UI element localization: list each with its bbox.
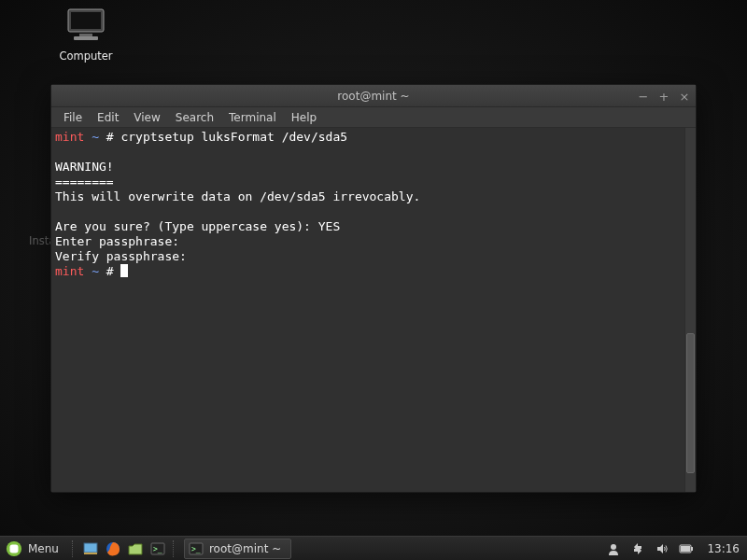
menu-terminal[interactable]: Terminal — [222, 109, 283, 126]
user-icon[interactable] — [606, 541, 621, 556]
desktop-icon-label: Computer — [49, 49, 123, 63]
firefox-launcher[interactable] — [102, 539, 124, 559]
taskbar-task-terminal[interactable]: >_ root@mint ~ — [184, 539, 291, 559]
terminal-launcher[interactable]: >_ — [147, 539, 169, 559]
network-icon[interactable] — [630, 541, 645, 556]
menu-search[interactable]: Search — [169, 109, 220, 126]
svg-rect-7 — [71, 12, 101, 29]
minimize-icon[interactable]: − — [636, 89, 651, 104]
file-manager-icon — [128, 542, 143, 555]
prompt-cwd: ~ — [92, 264, 99, 278]
menu-button[interactable]: Menu — [0, 537, 68, 561]
firefox-icon — [106, 541, 120, 556]
taskbar-clock[interactable]: 13:16 — [703, 542, 740, 555]
terminal-line: Are you sure? (Type uppercase yes): — [55, 219, 318, 233]
prompt-symbol: # — [106, 264, 114, 278]
terminal-line: ======== — [55, 175, 114, 189]
menu-file[interactable]: File — [57, 109, 89, 126]
svg-text:>_: >_ — [153, 545, 162, 553]
svg-rect-24 — [681, 546, 690, 552]
battery-icon[interactable] — [679, 541, 694, 556]
maximize-icon[interactable]: + — [656, 89, 671, 104]
mint-logo-icon — [6, 540, 22, 557]
window-title: root@mint ~ — [337, 90, 409, 103]
show-desktop-button[interactable] — [79, 539, 102, 559]
terminal-line: Enter passphrase: — [55, 234, 187, 248]
menu-button-label: Menu — [28, 542, 59, 555]
taskbar-separator — [72, 540, 76, 557]
terminal-viewport[interactable]: mint ~ # cryptsetup luksFormat /dev/sda5… — [51, 128, 684, 492]
terminal-line: YES — [318, 219, 340, 233]
prompt-symbol: # — [106, 130, 114, 144]
terminal-window: root@mint ~ − + × File Edit View Search … — [50, 84, 697, 493]
desktop: Computer Home Install Linux Mint root@mi… — [0, 0, 747, 560]
prompt-host: mint — [55, 130, 84, 144]
svg-rect-13 — [10, 544, 19, 553]
terminal-cursor — [120, 264, 128, 277]
svg-rect-14 — [84, 543, 97, 553]
terminal-icon: >_ — [150, 542, 165, 555]
system-tray: 13:16 — [606, 541, 747, 556]
scrollbar-thumb[interactable] — [686, 333, 695, 473]
terminal-line: This will overwrite data on /dev/sda5 ir… — [55, 189, 420, 203]
taskbar: Menu >_ >_ root@mint ~ 13:16 — [0, 536, 747, 560]
volume-icon[interactable] — [655, 541, 669, 556]
svg-rect-9 — [74, 36, 98, 40]
svg-rect-8 — [79, 34, 92, 36]
terminal-icon: >_ — [189, 542, 204, 555]
terminal-command: cryptsetup luksFormat /dev/sda5 — [120, 130, 347, 144]
terminal-scrollbar[interactable] — [684, 128, 696, 492]
svg-text:>_: >_ — [191, 545, 201, 553]
terminal-line: Verify passphrase: — [55, 249, 194, 263]
svg-point-21 — [611, 544, 616, 550]
prompt-cwd: ~ — [92, 130, 99, 144]
taskbar-separator — [173, 540, 176, 557]
svg-rect-15 — [84, 553, 97, 554]
svg-rect-23 — [691, 547, 693, 551]
window-titlebar[interactable]: root@mint ~ − + × — [51, 85, 696, 107]
menu-help[interactable]: Help — [285, 109, 323, 126]
taskbar-task-label: root@mint ~ — [209, 542, 281, 555]
close-icon[interactable]: × — [677, 89, 692, 104]
files-launcher[interactable] — [124, 539, 147, 559]
computer-icon — [49, 7, 123, 46]
terminal-line: WARNING! — [55, 160, 114, 174]
show-desktop-icon — [83, 542, 98, 555]
desktop-icon-computer[interactable]: Computer — [49, 7, 123, 63]
prompt-host: mint — [55, 264, 84, 278]
menu-view[interactable]: View — [127, 109, 166, 126]
menubar: File Edit View Search Terminal Help — [51, 107, 696, 128]
menu-edit[interactable]: Edit — [91, 109, 125, 126]
